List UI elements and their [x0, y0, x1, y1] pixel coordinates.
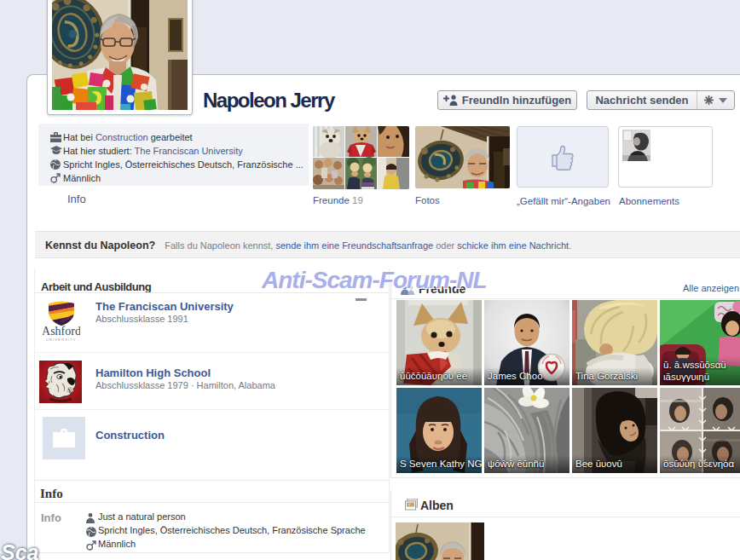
svg-text:Ashford: Ashford: [43, 325, 80, 338]
svg-text:UNIVERSITY: UNIVERSITY: [46, 338, 77, 342]
